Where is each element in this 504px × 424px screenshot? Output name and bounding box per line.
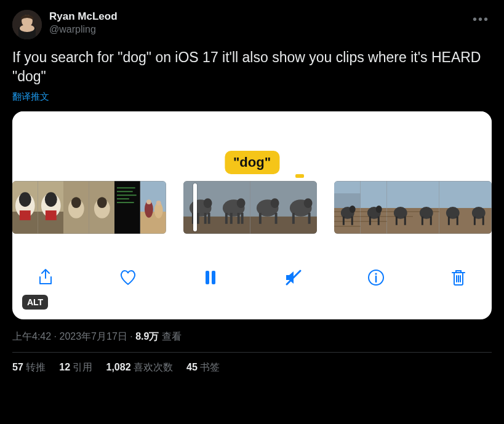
svg-point-77 — [376, 206, 382, 213]
video-frame — [89, 181, 115, 234]
svg-rect-78 — [369, 217, 371, 225]
svg-point-7 — [19, 192, 31, 207]
more-icon[interactable]: ••• — [470, 10, 492, 29]
translate-link[interactable]: 翻译推文 — [12, 91, 49, 103]
clip-group[interactable] — [12, 181, 166, 234]
svg-rect-23 — [117, 194, 137, 196]
video-frame — [12, 181, 38, 234]
svg-point-30 — [146, 199, 151, 204]
svg-rect-66 — [334, 193, 361, 208]
video-frame — [140, 181, 166, 234]
svg-point-51 — [270, 198, 279, 208]
filmstrip[interactable] — [12, 179, 492, 236]
media-toolbar — [12, 236, 492, 319]
likes-stat[interactable]: 1,082 喜欢次数 — [106, 361, 174, 374]
svg-rect-22 — [117, 191, 133, 192]
avatar[interactable] — [12, 10, 42, 39]
quotes-stat[interactable]: 12 引用 — [59, 361, 92, 374]
pause-icon[interactable] — [198, 265, 223, 290]
info-icon[interactable] — [364, 265, 388, 290]
svg-rect-41 — [217, 217, 250, 234]
views-count: 8.9万 — [135, 331, 159, 342]
video-frame — [114, 181, 140, 234]
share-icon[interactable] — [33, 265, 58, 290]
svg-rect-103 — [206, 271, 209, 284]
tweet-header: Ryan McLeod @warpling ••• — [12, 10, 492, 39]
heart-icon[interactable] — [116, 265, 140, 290]
svg-point-35 — [203, 198, 212, 208]
svg-rect-70 — [351, 217, 353, 225]
svg-rect-38 — [204, 213, 206, 224]
svg-rect-33 — [183, 217, 217, 234]
svg-rect-49 — [250, 217, 284, 234]
tweet-meta[interactable]: 上午4:42 · 2023年7月17日 · 8.9万 查看 — [12, 330, 492, 353]
svg-rect-102 — [482, 217, 484, 225]
svg-point-31 — [156, 201, 161, 206]
svg-rect-45 — [230, 213, 233, 224]
svg-point-3 — [20, 25, 34, 32]
svg-rect-25 — [117, 202, 134, 203]
user-handle: @warpling — [49, 23, 463, 36]
clip-group[interactable] — [183, 181, 318, 234]
retweets-stat[interactable]: 57 转推 — [12, 361, 46, 374]
caption-bubble: "dog" — [225, 151, 279, 174]
tweet-stats: 57 转推 12 引用 1,082 喜欢次数 45 书签 — [12, 353, 492, 374]
views-label: 查看 — [159, 331, 181, 342]
svg-rect-79 — [378, 217, 380, 225]
svg-point-12 — [44, 192, 57, 207]
caption-marker — [295, 174, 304, 178]
svg-rect-8 — [20, 210, 31, 220]
svg-rect-24 — [117, 198, 129, 199]
svg-point-16 — [71, 197, 81, 208]
video-frame — [361, 181, 387, 234]
playhead-icon[interactable] — [193, 183, 197, 231]
svg-rect-39 — [207, 213, 210, 224]
svg-rect-69 — [343, 217, 345, 225]
media-card[interactable]: "dog" — [12, 111, 492, 319]
video-frame — [387, 181, 414, 234]
video-frame — [183, 181, 217, 234]
svg-rect-13 — [45, 210, 56, 220]
alt-badge[interactable]: ALT — [22, 295, 48, 310]
svg-point-19 — [97, 197, 107, 208]
svg-rect-92 — [430, 217, 432, 225]
video-frame — [217, 181, 250, 234]
svg-rect-58 — [292, 213, 295, 224]
svg-rect-91 — [422, 217, 423, 225]
svg-rect-44 — [225, 213, 228, 224]
video-frame — [334, 181, 361, 234]
trash-icon[interactable] — [446, 265, 471, 290]
svg-rect-20 — [114, 182, 140, 234]
clip-group[interactable] — [334, 181, 492, 234]
video-frame — [63, 181, 89, 234]
video-frame — [38, 181, 64, 234]
video-frame — [284, 181, 317, 234]
svg-rect-37 — [196, 213, 199, 224]
video-frame — [250, 181, 284, 234]
svg-rect-104 — [212, 271, 215, 284]
svg-rect-96 — [448, 217, 450, 225]
bookmarks-stat[interactable]: 45 书签 — [186, 361, 220, 374]
tweet-time: 上午4:42 — [12, 331, 51, 342]
svg-rect-47 — [241, 213, 244, 224]
user-block[interactable]: Ryan McLeod @warpling — [49, 10, 463, 36]
video-frame — [413, 181, 439, 234]
svg-rect-86 — [404, 217, 406, 225]
svg-rect-21 — [117, 187, 135, 188]
svg-rect-46 — [238, 213, 240, 224]
svg-rect-59 — [308, 213, 311, 224]
svg-rect-85 — [396, 217, 398, 225]
tweet-text: If you search for "dog" on iOS 17 it'll … — [12, 48, 492, 86]
mute-icon[interactable] — [281, 265, 306, 290]
svg-point-107 — [375, 273, 377, 274]
display-name: Ryan McLeod — [49, 10, 463, 23]
video-frame — [465, 181, 492, 234]
svg-rect-101 — [474, 217, 476, 225]
svg-point-68 — [350, 206, 356, 213]
tweet-container: Ryan McLeod @warpling ••• If you search … — [0, 0, 504, 384]
svg-rect-97 — [457, 217, 458, 225]
svg-rect-53 — [274, 213, 277, 224]
svg-rect-52 — [258, 213, 261, 224]
tweet-date: 2023年7月17日 — [59, 331, 127, 342]
media-top-area: "dog" — [12, 111, 492, 179]
